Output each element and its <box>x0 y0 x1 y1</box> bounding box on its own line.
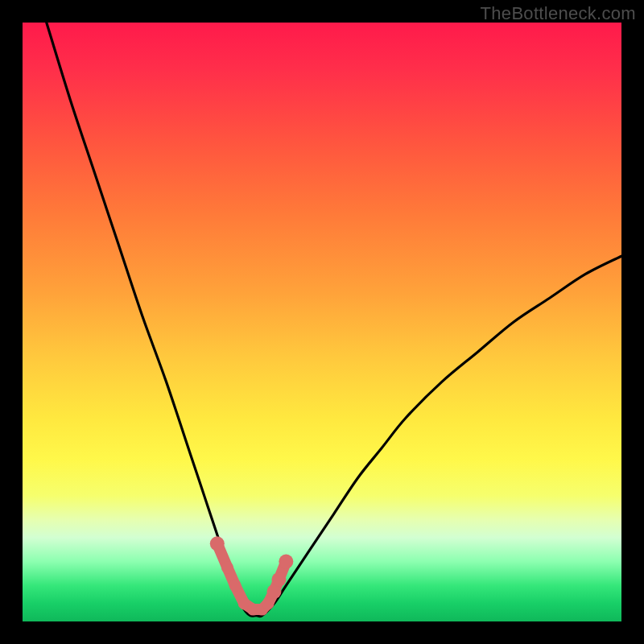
bead-dot <box>271 572 286 587</box>
bead-dot <box>210 536 225 551</box>
bead-dot <box>279 555 293 569</box>
chart-svg <box>23 23 621 621</box>
watermark-text: TheBottleneck.com <box>481 3 636 24</box>
bead-dot <box>229 580 242 592</box>
highlight-beads <box>210 536 294 615</box>
chart-frame: TheBottleneck.com <box>0 0 644 644</box>
chart-plot-area <box>23 23 621 621</box>
bead-dot <box>221 562 233 574</box>
bead-dot <box>262 597 275 609</box>
bottleneck-curve <box>47 23 621 617</box>
